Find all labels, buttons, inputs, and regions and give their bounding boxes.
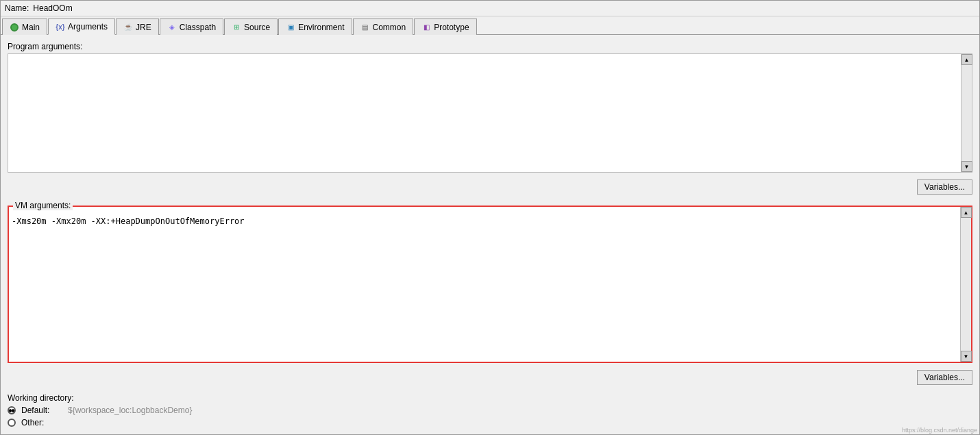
env-icon: ▣	[286, 23, 295, 32]
tab-prototype-label: Prototype	[434, 23, 469, 32]
tab-jre-label: JRE	[136, 23, 151, 32]
name-value: HeadOOm	[33, 3, 72, 13]
name-bar: Name: HeadOOm	[1, 1, 979, 16]
working-dir-section: Working directory: Default: ${workspace_…	[8, 390, 972, 427]
program-args-wrapper: ▲ ▼	[8, 53, 972, 173]
program-args-label: Program arguments:	[8, 42, 972, 51]
tab-common-label: Common	[373, 23, 406, 32]
tab-environment-label: Environment	[298, 23, 344, 32]
default-value: ${workspace_loc:LogbbackDemo}	[68, 406, 192, 415]
vm-args-section: VM arguments: -Xms20m -Xmx20m -XX:+HeapD…	[8, 206, 972, 363]
vm-args-fieldset-label: VM arguments:	[13, 201, 73, 210]
other-row: Other:	[8, 418, 972, 427]
program-args-scrollbar[interactable]: ▲ ▼	[961, 54, 972, 172]
program-args-input[interactable]	[8, 54, 972, 172]
program-args-variables-btn[interactable]: Variables...	[917, 179, 972, 195]
common-icon: ▤	[360, 23, 370, 32]
tab-classpath[interactable]: ◈ Classpath	[160, 18, 223, 35]
vm-args-variables-row: Variables...	[8, 370, 972, 385]
other-radio[interactable]	[8, 419, 16, 427]
default-radio[interactable]	[8, 406, 16, 414]
classpath-icon: ◈	[167, 23, 177, 32]
other-label: Other:	[21, 418, 62, 427]
vm-scrollbar-up-btn[interactable]: ▲	[961, 207, 972, 218]
tab-arguments[interactable]: {x} Arguments	[48, 18, 115, 35]
content-area: Program arguments: ▲ ▼ Variables... VM a…	[1, 35, 979, 434]
jre-icon: ☕	[123, 23, 133, 32]
tab-source-label: Source	[244, 23, 270, 32]
vm-args-input[interactable]: -Xms20m -Xmx20m -XX:+HeapDumpOnOutOfMemo…	[9, 214, 971, 359]
tabs-bar: Main {x} Arguments ☕ JRE ◈ Classpath ⊞ S…	[1, 16, 979, 35]
program-args-variables-row: Variables...	[8, 179, 972, 195]
program-args-section: Program arguments: ▲ ▼	[8, 42, 972, 173]
watermark: https://blog.csdn.net/diange	[902, 427, 977, 434]
tab-environment[interactable]: ▣ Environment	[278, 18, 352, 35]
vm-args-scrollbar[interactable]: ▲ ▼	[960, 207, 971, 362]
name-label: Name:	[5, 3, 29, 13]
scrollbar-up-btn[interactable]: ▲	[961, 54, 972, 65]
main-icon	[10, 23, 19, 32]
tab-prototype[interactable]: ◧ Prototype	[414, 18, 476, 35]
working-dir-label: Working directory:	[8, 393, 972, 403]
vm-args-variables-btn[interactable]: Variables...	[917, 370, 972, 385]
source-icon: ⊞	[232, 23, 241, 32]
tab-main[interactable]: Main	[2, 18, 47, 35]
vm-scrollbar-down-btn[interactable]: ▼	[961, 351, 972, 362]
tab-main-label: Main	[22, 23, 40, 32]
tab-source[interactable]: ⊞ Source	[224, 18, 278, 35]
tab-arguments-label: Arguments	[68, 22, 108, 32]
vm-args-wrapper: VM arguments: -Xms20m -Xmx20m -XX:+HeapD…	[8, 206, 972, 363]
default-row: Default: ${workspace_loc:LogbbackDemo}	[8, 406, 972, 415]
main-window: Name: HeadOOm Main {x} Arguments ☕ JRE ◈…	[0, 0, 980, 435]
tab-classpath-label: Classpath	[180, 23, 216, 32]
tab-common[interactable]: ▤ Common	[353, 18, 414, 35]
default-label: Default:	[21, 406, 62, 415]
args-icon: {x}	[56, 22, 65, 32]
scrollbar-down-btn[interactable]: ▼	[961, 161, 972, 172]
prototype-icon: ◧	[421, 23, 431, 32]
tab-jre[interactable]: ☕ JRE	[116, 18, 159, 35]
